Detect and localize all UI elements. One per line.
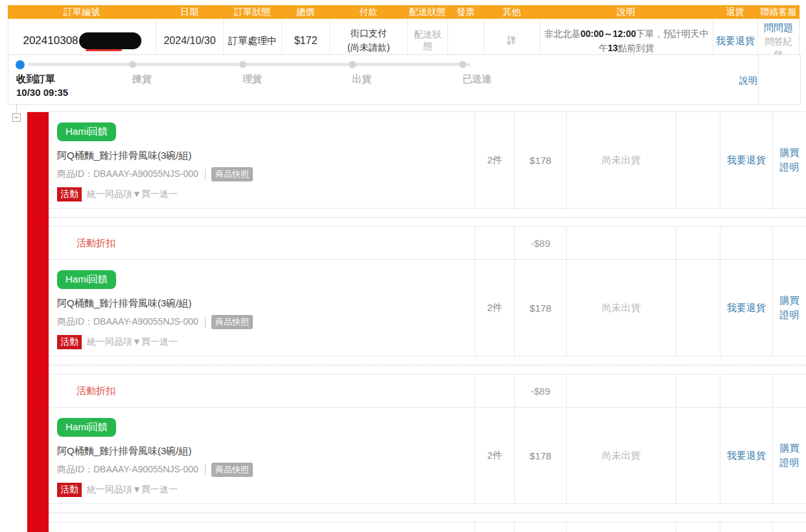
empty-cell [567,375,676,407]
activity-badge: 活動 [57,335,82,349]
discount-amount: -$89 [515,375,567,407]
item-return-link[interactable]: 我要退貨 [727,450,766,462]
product-cell: Hami回饋 阿Q桶麵_雞汁排骨風味(3碗/組) 商品ID：DBAAAY-A90… [49,408,475,503]
product-name-link[interactable]: 阿Q桶麵_雞汁排骨風味(3碗/組) [57,445,468,457]
empty-cell [475,227,515,259]
discount-label: 活動折扣 [49,522,475,532]
item-quantity: 2件 [475,112,515,208]
product-cell: Hami回饋 阿Q桶麵_雞汁排骨風味(3碗/組) 商品ID：DBAAAY-A90… [49,112,475,208]
product-name-link[interactable]: 阿Q桶麵_雞汁排骨風味(3碗/組) [57,150,468,162]
progress-track [28,63,470,66]
product-snapshot-button[interactable]: 商品快照 [211,167,253,181]
purchase-proof-link[interactable]: 購買證明 [776,146,803,174]
product-snapshot-button[interactable]: 商品快照 [211,315,253,329]
item-price: $178 [515,112,567,208]
progress-dot-picking [129,61,136,68]
product-cell: Hami回饋 阿Q桶麵_雞汁排骨風味(3碗/組) 商品ID：DBAAAY-A90… [49,260,475,356]
step-label-picking: 揀貨 [132,73,152,86]
col-header-order-number: 訂單編號 [8,6,156,18]
activity-text: 統一同品項▼買一送一 [87,189,178,200]
discount-row: 活動折扣 -$89 [49,522,806,532]
col-header-total: 總價 [281,6,329,18]
discount-amount: -$89 [515,522,567,532]
empty-cell [676,375,720,407]
separator-line [205,465,206,476]
item-quantity: 2件 [475,260,515,356]
item-row: Hami回饋 阿Q桶麵_雞汁排骨風味(3碗/組) 商品ID：DBAAAY-A90… [49,260,806,356]
step-label-shipped: 出貨 [352,73,372,86]
discount-amount: -$89 [515,227,567,259]
col-header-invoice: 發票 [447,6,484,18]
empty-cell [676,408,720,503]
collapse-tree-icon[interactable]: − [12,113,21,122]
empty-cell [475,375,515,407]
step-received-time: 10/30 09:35 [16,87,68,98]
dotted-separator [49,209,806,227]
payment-method: 街口支付 [351,27,387,41]
empty-cell [567,522,676,532]
item-return-link[interactable]: 我要退貨 [727,154,766,167]
empty-cell [720,522,773,532]
step-label-received: 收到訂單 [16,73,55,86]
activity-badge: 活動 [57,483,82,497]
dotted-separator [49,356,806,375]
discount-label: 活動折扣 [49,375,475,407]
progress-dot-shipped [349,61,356,68]
col-header-other: 其他 [484,6,539,18]
empty-cell [676,522,720,532]
activity-text: 統一同品項▼買一送一 [87,336,178,348]
empty-cell [720,227,773,259]
step-label-packing: 理貨 [243,73,262,86]
tree-connector-line [16,104,17,114]
col-header-payment: 付款 [329,6,407,18]
product-name-link[interactable]: 阿Q桶麵_雞汁排骨風味(3碗/組) [57,297,468,310]
empty-cell [567,227,676,259]
separator-line [205,317,206,328]
empty-cell [676,112,720,208]
order-return-link[interactable]: 我要退貨 [716,35,755,47]
ask-question-link[interactable]: 問問題 [764,22,793,33]
purchase-proof-link[interactable]: 購買證明 [776,294,803,322]
separator-line [205,169,206,180]
item-return-link[interactable]: 我要退貨 [727,302,766,314]
item-price: $178 [515,408,567,503]
item-ship-status: 尚未出貨 [567,112,676,208]
activity-badge: 活動 [57,187,82,202]
empty-cell [773,522,806,532]
red-group-bar [27,112,49,532]
red-marker-line [86,49,122,51]
item-row: Hami回饋 阿Q桶麵_雞汁排骨風味(3碗/組) 商品ID：DBAAAY-A90… [49,408,806,504]
order-items-table: Hami回饋 阿Q桶麵_雞汁排骨風味(3碗/組) 商品ID：DBAAAY-A90… [27,111,806,532]
product-snapshot-button[interactable]: 商品快照 [211,463,253,477]
step-label-delivered: 已送達 [462,73,492,86]
progress-dot-packing [239,61,246,68]
product-id-text: 商品ID：DBAAAY-A90055NJS-000 [57,464,198,476]
item-ship-status: 尚未出貨 [567,408,676,503]
product-id-text: 商品ID：DBAAAY-A90055NJS-000 [57,316,198,328]
empty-cell [773,227,806,259]
col-header-return: 退貨 [713,6,757,18]
shipping-progress-panel: 收到訂單 10/30 09:35 揀貨 理貨 出貨 已送達 說明 [8,54,801,105]
empty-cell [720,375,773,407]
col-header-description: 說明 [539,6,713,18]
progress-help-link[interactable]: 說明 [739,75,757,87]
hami-reward-badge: Hami回饋 [57,122,116,141]
shipping-description: 非北北基00:00～12:00下單，預計明天中午13點前到貨 [543,27,710,56]
hami-reward-badge: Hami回饋 [57,418,116,437]
purchase-proof-link[interactable]: 購買證明 [776,441,803,470]
item-rows: Hami回饋 阿Q桶麵_雞汁排骨風味(3碗/組) 商品ID：DBAAAY-A90… [49,112,806,532]
panel-divider [758,55,759,104]
discount-row: 活動折扣 -$89 [49,227,806,260]
empty-cell [773,375,806,407]
progress-dot-received [16,60,25,69]
discount-label: 活動折扣 [49,227,475,259]
item-ship-status: 尚未出貨 [567,260,676,356]
col-header-delivery-status: 配送狀態 [407,6,447,18]
order-page: { "summary": { "headers": ["訂單編號","日期","… [0,0,806,532]
item-row: Hami回饋 阿Q桶麵_雞汁排骨風味(3碗/組) 商品ID：DBAAAY-A90… [49,112,806,209]
redaction-blob [79,32,141,49]
item-price: $178 [515,260,567,356]
order-number-text: 202410308 [23,34,78,47]
discount-row: 活動折扣 -$89 [49,375,806,408]
empty-cell [676,227,720,259]
